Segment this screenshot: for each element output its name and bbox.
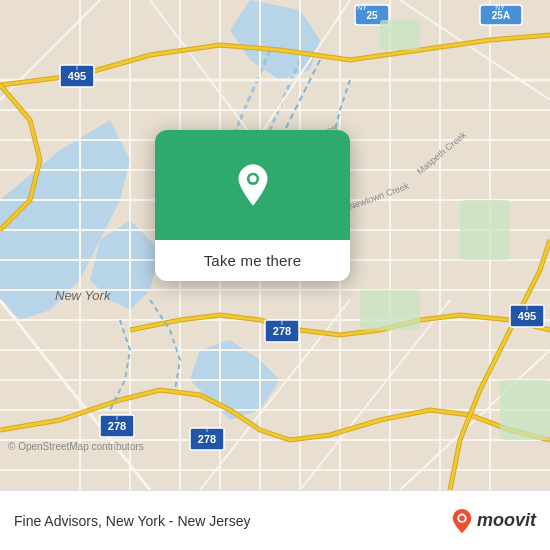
svg-text:I: I [526, 304, 528, 311]
moovit-logo: moovit [451, 508, 536, 534]
svg-rect-67 [500, 380, 550, 440]
popup-button-area[interactable]: Take me there [155, 240, 350, 281]
svg-text:495: 495 [518, 310, 536, 322]
bottom-bar: Fine Advisors, New York - New Jersey moo… [0, 490, 550, 550]
svg-text:278: 278 [198, 433, 216, 445]
popup-card: Take me there [155, 130, 350, 281]
svg-text:278: 278 [108, 420, 126, 432]
svg-text:I: I [116, 414, 118, 421]
map-container[interactable]: 25 NY 25A NY 495 I 278 I 278 I 278 I 495… [0, 0, 550, 490]
svg-text:I: I [206, 426, 208, 433]
svg-text:I: I [281, 319, 283, 326]
place-name: Fine Advisors, New York - New Jersey [14, 513, 451, 529]
svg-text:NY: NY [495, 4, 505, 11]
svg-text:25: 25 [366, 10, 378, 21]
svg-text:I: I [76, 64, 78, 71]
popup-green-bg [155, 130, 350, 240]
svg-text:New York: New York [55, 288, 112, 303]
svg-rect-65 [360, 290, 420, 330]
svg-text:NY: NY [357, 4, 367, 11]
map-attribution: © OpenStreetMap contributors [8, 441, 144, 452]
svg-text:495: 495 [68, 70, 86, 82]
svg-text:25A: 25A [492, 10, 510, 21]
moovit-label: moovit [477, 510, 536, 531]
svg-rect-66 [460, 200, 510, 260]
svg-rect-68 [380, 20, 420, 50]
svg-point-70 [249, 175, 256, 182]
svg-point-72 [459, 515, 465, 521]
location-pin-icon [231, 163, 275, 207]
svg-text:278: 278 [273, 325, 291, 337]
take-me-there-button[interactable]: Take me there [204, 252, 302, 269]
moovit-pin-icon [451, 508, 473, 534]
place-info: Fine Advisors, New York - New Jersey moo… [14, 508, 536, 534]
